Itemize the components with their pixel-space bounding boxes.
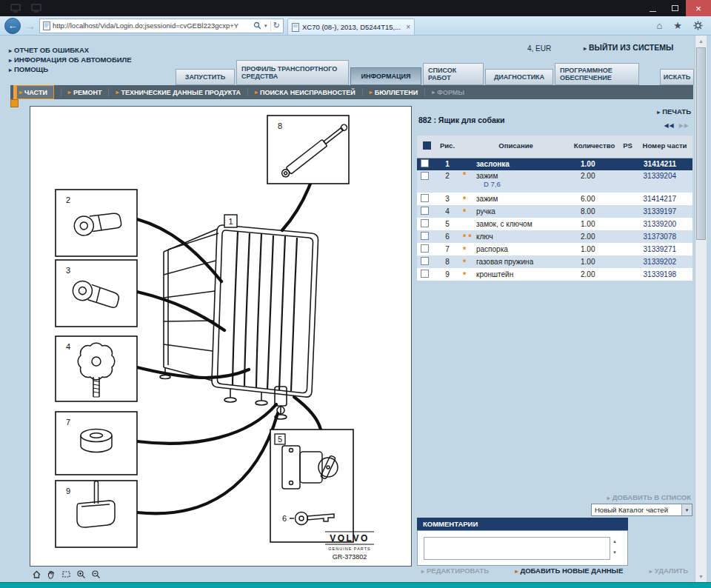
- main-tab-information[interactable]: ИНФОРМАЦИЯ: [350, 67, 421, 85]
- search-icon[interactable]: [253, 21, 261, 30]
- row-checkbox[interactable]: [421, 219, 429, 227]
- subnav-parts[interactable]: ▸ЧАСТИ: [13, 85, 54, 99]
- link-arrow-icon: ▸: [432, 89, 435, 96]
- link-arrow-icon: ▸: [9, 47, 12, 54]
- row-checkbox[interactable]: [421, 172, 429, 180]
- link-help[interactable]: ▸ПОМОЩЬ: [9, 65, 132, 73]
- catalog-select[interactable]: Новый Каталог частей ▼: [591, 504, 692, 516]
- main-tab-diagnostics[interactable]: ДИАГНОСТИКА: [485, 69, 553, 85]
- callout-2[interactable]: 2: [66, 196, 70, 204]
- favorites-icon[interactable]: ★: [673, 20, 682, 31]
- pager-prev-icon[interactable]: ◀◀: [664, 122, 674, 129]
- link-arrow-icon: ▸: [19, 89, 22, 96]
- subnav-fault-tracing[interactable]: ▸ПОИСКА НЕИСПРАВНОСТЕЙ: [255, 85, 356, 99]
- subnav-bulletins[interactable]: ▸БЮЛЛЕТЕНИ: [370, 85, 418, 99]
- parts-group-title: 882 : Ящик для собаки: [418, 116, 505, 124]
- table-header-row: Рис. Описание Количество PS Номер части: [417, 136, 692, 158]
- main-tab-search[interactable]: ИСКАТЬ: [660, 69, 694, 85]
- row-checkbox[interactable]: [421, 194, 429, 202]
- row-checkbox[interactable]: [421, 257, 429, 265]
- link-arrow-icon: ▸: [68, 89, 71, 96]
- callout-9[interactable]: 9: [66, 487, 70, 495]
- window-titlebar: ×: [0, 0, 711, 16]
- link-error-report[interactable]: ▸ОТЧЕТ ОБ ОШИБКАХ: [9, 46, 132, 54]
- svg-text:GENUINE PARTS: GENUINE PARTS: [328, 547, 370, 551]
- edit-button[interactable]: ▸РЕДАКТИРОВАТЬ: [421, 567, 489, 575]
- catalog-select-value: Новый Каталог частей: [592, 506, 681, 514]
- callout-5[interactable]: 5: [278, 435, 282, 444]
- minimize-button[interactable]: [641, 0, 664, 16]
- callout-6[interactable]: 6: [282, 514, 287, 523]
- part-row-5[interactable]: 5 замок, с ключом1.00 31339200: [417, 218, 692, 230]
- callout-7[interactable]: 7: [66, 418, 70, 427]
- scrollbar-thumb[interactable]: [696, 47, 706, 240]
- browser-window: × ← → http://localhost/Vida/Login.do;jse…: [0, 0, 711, 588]
- home-icon[interactable]: ⌂: [656, 20, 662, 31]
- address-bar[interactable]: http://localhost/Vida/Login.do;jsessioni…: [39, 19, 284, 33]
- callout-3[interactable]: 3: [66, 266, 70, 275]
- select-all-header[interactable]: [417, 136, 433, 158]
- add-new-data-button[interactable]: ▸ДОБАВИТЬ НОВЫЕ ДАННЫЕ: [515, 567, 623, 575]
- close-button[interactable]: ×: [686, 0, 711, 16]
- subnav-forms[interactable]: ▸ФОРМЫ: [432, 85, 464, 99]
- tab-close-icon[interactable]: ×: [406, 23, 410, 31]
- parts-diagram: 1 2 3 4 5 6 7 8 9 VOLVO GENUINE PARTS: [30, 107, 411, 566]
- row-checkbox[interactable]: [421, 244, 429, 253]
- part-row-2[interactable]: 2 * зажимD 7,6 2.00 31339204: [417, 170, 692, 193]
- vida-app: ▸ОТЧЕТ ОБ ОШИБКАХ ▸ИНФОРМАЦИЯ ОБ АВТОМОБ…: [0, 36, 711, 582]
- link-arrow-icon: ▸: [657, 109, 660, 116]
- select-all-icon: [423, 141, 431, 150]
- pager-next-icon[interactable]: ▶▶: [679, 122, 690, 129]
- main-tab-vehicle-profile[interactable]: ПРОФИЛЬ ТРАНСПОРТНОГО СРЕДСТВА: [236, 60, 349, 85]
- main-tab-software[interactable]: ПРОГРАММНОЕ ОБЕСПЕЧЕНИЕ: [555, 63, 639, 85]
- logout-button[interactable]: ▸ВЫЙТИ ИЗ СИСТЕМЫ: [584, 43, 673, 52]
- add-to-list-button[interactable]: ▸ДОБАВИТЬ В СПИСОК: [607, 493, 691, 501]
- callout-4[interactable]: 4: [66, 342, 70, 351]
- comment-scroll[interactable]: ▲ ▼: [612, 539, 617, 555]
- zoom-out-icon[interactable]: [90, 569, 101, 580]
- part-row-8[interactable]: 8* газовая пружина1.00 31339202: [417, 255, 692, 268]
- link-vehicle-info[interactable]: ▸ИНФОРМАЦИЯ ОБ АВТОМОБИЛЕ: [9, 56, 132, 64]
- part-row-9[interactable]: 9* кронштейн2.00 31339198: [417, 268, 692, 281]
- part-row-7[interactable]: 7* распорка1.00 31339271: [417, 243, 692, 255]
- row-checkbox[interactable]: [421, 207, 429, 215]
- callout-1[interactable]: 1: [228, 217, 233, 226]
- main-tab-start[interactable]: ЗАПУСТИТЬ: [176, 69, 235, 85]
- part-row-1[interactable]: 1 заслонка1.00 31414211: [417, 158, 692, 170]
- main-tab-job-list[interactable]: СПИСОК РАБОТ: [423, 63, 484, 85]
- delete-button[interactable]: ▸УДАЛИТЬ: [650, 567, 688, 575]
- subnav-repair[interactable]: ▸РЕМОНТ: [68, 85, 102, 99]
- forward-button[interactable]: →: [24, 19, 36, 32]
- zoom-in-icon[interactable]: [76, 569, 87, 580]
- part-row-6[interactable]: 6* * ключ2.00 31373078: [417, 230, 692, 243]
- app-icon: [31, 4, 41, 13]
- row-checkbox[interactable]: [421, 159, 429, 167]
- link-arrow-icon: ▸: [515, 568, 518, 575]
- autocomplete-caret-icon[interactable]: ▼: [264, 24, 268, 28]
- callout-8[interactable]: 8: [278, 121, 282, 130]
- url-divider: [270, 21, 271, 31]
- panel-collapse-handle[interactable]: [10, 99, 19, 107]
- scroll-down-icon[interactable]: ▼: [695, 571, 707, 582]
- row-checkbox[interactable]: [421, 232, 429, 240]
- back-button[interactable]: ←: [4, 18, 21, 34]
- maximize-button[interactable]: [664, 0, 686, 16]
- scroll-up-icon[interactable]: ▲: [695, 36, 707, 47]
- subnav-divider: [108, 88, 109, 96]
- settings-gear-icon[interactable]: [693, 21, 703, 30]
- comment-input[interactable]: [424, 537, 610, 560]
- part-row-3[interactable]: 3* зажим6.00 31414217: [417, 193, 692, 205]
- comments-box: ▲ ▼: [417, 530, 628, 566]
- subnav-product-data[interactable]: ▸ТЕХНИЧЕСКИЕ ДАННЫЕ ПРОДУКТА: [116, 85, 241, 99]
- link-arrow-icon: ▸: [9, 67, 12, 73]
- part-row-4[interactable]: 4* ручка8.00 31339197: [417, 205, 692, 218]
- pan-hand-icon[interactable]: [46, 569, 57, 580]
- browser-tab[interactable]: XC70 (08-), 2013, D5244T15,... ×: [287, 19, 415, 35]
- fit-view-icon[interactable]: [31, 569, 42, 580]
- col-fig: Рис.: [433, 136, 461, 158]
- refresh-icon[interactable]: ↻: [273, 21, 280, 30]
- zoom-region-icon[interactable]: [61, 569, 72, 580]
- vertical-scrollbar[interactable]: ▲ ▼: [695, 36, 707, 582]
- print-button[interactable]: ▸ПЕЧАТЬ: [657, 107, 691, 116]
- row-checkbox[interactable]: [421, 270, 429, 278]
